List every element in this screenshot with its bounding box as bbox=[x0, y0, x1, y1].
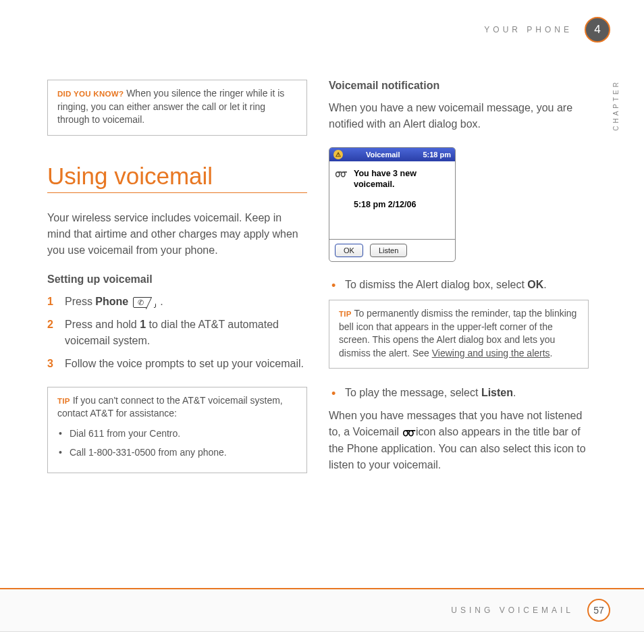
step-1: Press Phone . bbox=[47, 294, 307, 310]
notification-subhead: Voicemail notification bbox=[329, 80, 589, 92]
bullet-dismiss: To dismiss the Alert dialog box, select … bbox=[329, 277, 589, 293]
screenshot-date: 5:18 pm 2/12/06 bbox=[336, 200, 448, 209]
alert-dialog-screenshot: ⚠ Voicemail 5:18 pm ൦൦ You have 3 new vo… bbox=[329, 147, 456, 262]
screenshot-body: ൦൦ You have 3 new voicemail. 5:18 pm 2/1… bbox=[329, 161, 455, 239]
header-section-label: YOUR PHONE bbox=[484, 25, 572, 34]
tip-label-right: TIP bbox=[339, 310, 352, 318]
bell-icon: ⚠ bbox=[333, 150, 343, 159]
step-2: Press and hold 1 to dial the AT&T automa… bbox=[47, 317, 307, 349]
footer-section-label: USING VOICEMAIL bbox=[451, 606, 574, 615]
content-columns: DID YOU KNOW? When you silence the ringe… bbox=[47, 80, 610, 489]
chapter-number-badge: 4 bbox=[585, 17, 610, 43]
screenshot-buttons: OK Listen bbox=[329, 239, 455, 261]
didyouknow-label: DID YOU KNOW? bbox=[57, 90, 124, 98]
voicemail-icon-paragraph: When you have messages that you have not… bbox=[329, 408, 589, 473]
tip-label-left: TIP bbox=[57, 397, 70, 405]
chapter-vertical-label: CHAPTER bbox=[612, 80, 620, 131]
setup-subhead: Setting up voicemail bbox=[47, 273, 307, 286]
voicemail-inline-icon: ൦൦ bbox=[402, 425, 413, 441]
tip-text-left: If you can't connect to the AT&T voicema… bbox=[57, 395, 283, 419]
voicemail-icon: ൦൦ bbox=[335, 168, 346, 180]
instruction-bullets-2: To play the message, select Listen. bbox=[329, 385, 589, 401]
screenshot-titlebar: ⚠ Voicemail 5:18 pm bbox=[329, 148, 455, 161]
tip-callout-right: TIP To permanently dismiss the reminder,… bbox=[329, 300, 589, 369]
page-title: Using voicemail bbox=[47, 163, 307, 193]
right-column: Voicemail notification When you have a n… bbox=[329, 80, 589, 489]
did-you-know-callout: DID YOU KNOW? When you silence the ringe… bbox=[47, 80, 307, 136]
tip-bullet-1: Dial 611 from your Centro. bbox=[57, 426, 297, 441]
page-footer: USING VOICEMAIL 57 bbox=[0, 588, 644, 632]
tip-bullet-2: Call 1-800-331-0500 from any phone. bbox=[57, 445, 297, 460]
page-header: YOUR PHONE 4 bbox=[47, 17, 610, 43]
intro-paragraph: Your wireless service includes voicemail… bbox=[47, 210, 307, 259]
screenshot-time: 5:18 pm bbox=[423, 151, 451, 159]
left-column: DID YOU KNOW? When you silence the ringe… bbox=[47, 80, 307, 489]
screenshot-message: You have 3 new voicemail. bbox=[336, 168, 448, 190]
instruction-bullets-1: To dismiss the Alert dialog box, select … bbox=[329, 277, 589, 293]
bullet-listen: To play the message, select Listen. bbox=[329, 385, 589, 401]
screenshot-title: Voicemail bbox=[366, 151, 400, 159]
listen-button: Listen bbox=[370, 244, 407, 257]
tip-sub-bullets: Dial 611 from your Centro. Call 1-800-33… bbox=[57, 426, 297, 460]
ok-button: OK bbox=[335, 244, 363, 257]
tip-link: Viewing and using the alerts bbox=[432, 348, 550, 358]
page-number: 57 bbox=[587, 599, 610, 622]
tip-callout-left: TIP If you can't connect to the AT&T voi… bbox=[47, 387, 307, 473]
tip-text-right-b: . bbox=[550, 348, 553, 358]
notification-text: When you have a new voicemail message, y… bbox=[329, 100, 589, 132]
setup-steps: Press Phone . Press and hold 1 to dial t… bbox=[47, 294, 307, 372]
step-3: Follow the voice prompts to set up your … bbox=[47, 356, 307, 372]
phone-key-icon bbox=[133, 297, 156, 308]
